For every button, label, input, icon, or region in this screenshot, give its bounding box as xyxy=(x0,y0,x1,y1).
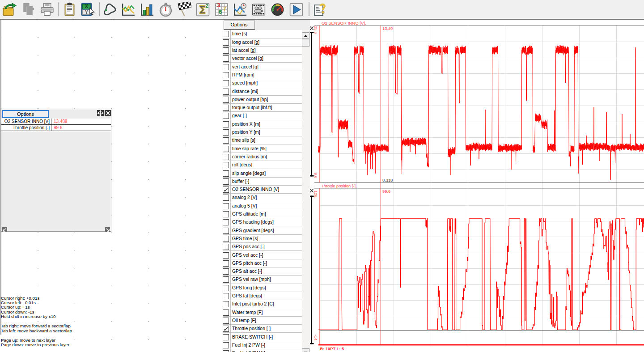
svg-text:25.6: 25.6 xyxy=(314,26,318,34)
svg-text:8.318: 8.318 xyxy=(382,178,393,182)
svg-text:-14.: -14. xyxy=(314,335,318,342)
svg-text:9.6: 9.6 xyxy=(314,173,318,178)
svg-text:99.6: 99.6 xyxy=(382,189,390,194)
svg-text:13.49: 13.49 xyxy=(382,26,393,31)
svg-text:R: 10PT L: 5: R: 10PT L: 5 xyxy=(320,347,344,351)
svg-text:O2 SENSOR INNO [V],: O2 SENSOR INNO [V], xyxy=(322,21,366,25)
svg-text:Throttle position [-],: Throttle position [-], xyxy=(321,184,357,188)
svg-text:126.: 126. xyxy=(314,191,318,199)
